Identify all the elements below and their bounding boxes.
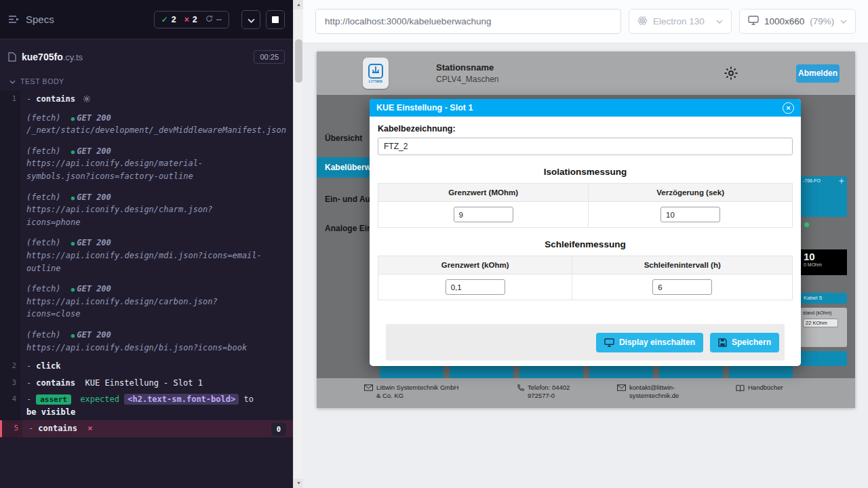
save-button[interactable]: Speichern bbox=[710, 333, 779, 352]
browser-name: Electron 130 bbox=[653, 16, 705, 26]
isolation-delay-input[interactable] bbox=[660, 207, 720, 222]
browser-selector[interactable]: Electron 130 bbox=[629, 9, 732, 34]
status-dot-icon: ● bbox=[71, 286, 75, 293]
viewport-zoom: (79%) bbox=[810, 16, 834, 26]
fetch-status: GET 200 bbox=[77, 146, 111, 156]
status-dot-icon: ● bbox=[71, 240, 75, 247]
modal-title: KUE Einstellung - Slot 1 bbox=[376, 103, 473, 113]
scroll-down-icon[interactable]: ▼ bbox=[294, 479, 304, 488]
command-name: contains bbox=[38, 424, 77, 433]
pending-count: -- bbox=[216, 15, 222, 24]
specs-list-icon[interactable] bbox=[8, 15, 20, 24]
isolation-table: Grenzwert (MOhm) Verzögerung (sek) bbox=[378, 183, 793, 228]
sidebar-item-uebersicht[interactable]: Übersicht bbox=[325, 134, 362, 143]
station-fragment-text: -766-FO bbox=[803, 178, 821, 215]
assert-element: <h2.text-sm.font-bold> bbox=[124, 394, 239, 405]
phone-icon bbox=[517, 384, 524, 392]
fetch-label: (fetch) bbox=[26, 146, 61, 156]
command-row-contains-2[interactable]: 3 -contains KUE Einstellung - Slot 1 bbox=[0, 375, 293, 392]
passed-check-icon: ✓ bbox=[161, 15, 168, 24]
command-row-contains-1[interactable]: 1 -contains bbox=[0, 91, 293, 108]
email-icon bbox=[617, 384, 626, 391]
command-number: 2 bbox=[0, 358, 20, 375]
command-number: 3 bbox=[0, 375, 20, 392]
spec-header[interactable]: kue705fo.cy.ts 00:25 bbox=[0, 39, 293, 69]
loop-section-title: Schleifenmessung bbox=[378, 239, 793, 249]
command-number: 1 bbox=[0, 91, 20, 108]
footer-company: Littwin Systemtechnik GmbH & Co. KG bbox=[364, 384, 465, 401]
fetch-log-row[interactable]: (fetch) ●GET 200 https://api.iconify.des… bbox=[0, 232, 293, 279]
spec-file-icon bbox=[8, 52, 16, 62]
fetch-status: GET 200 bbox=[77, 284, 111, 293]
test-body-section[interactable]: TEST BODY bbox=[0, 69, 293, 91]
command-row-click[interactable]: 2 -click bbox=[0, 358, 293, 375]
command-dash: - bbox=[26, 378, 31, 388]
fetch-label: (fetch) bbox=[26, 330, 61, 340]
station-title: Stationsname bbox=[436, 62, 499, 73]
scroll-thumb[interactable] bbox=[295, 39, 302, 83]
command-dash: - bbox=[28, 424, 33, 433]
viewport-selector[interactable]: 1000x660 (79%) bbox=[739, 9, 856, 34]
fetch-log-row[interactable]: (fetch) ●GET 200 https://api.iconify.des… bbox=[0, 325, 293, 358]
command-dash: - bbox=[26, 94, 31, 104]
gear-icon bbox=[83, 95, 91, 103]
footer-phone: Telefon: 04402 972577-0 bbox=[517, 384, 585, 401]
cable-name-input[interactable] bbox=[378, 138, 793, 155]
command-row-contains-failed[interactable]: 5 -contains × 0 bbox=[0, 420, 293, 437]
cypress-runner-panel: Specs ✓ 2 × 2 -- bbox=[0, 0, 293, 488]
measurement-value: 10 bbox=[804, 251, 844, 262]
status-dot bbox=[804, 222, 809, 227]
assert-badge: assert bbox=[36, 394, 71, 405]
fetch-label: (fetch) bbox=[26, 238, 61, 247]
electron-icon bbox=[637, 16, 648, 28]
url-bar[interactable]: http://localhost:3000/kabelueberwachung bbox=[315, 9, 621, 34]
loop-col1-header: Grenzwert (kOhm) bbox=[378, 256, 572, 274]
command-row-assert[interactable]: 4 -assert expected <h2.text-sm.font-bold… bbox=[0, 391, 293, 420]
passed-count: 2 bbox=[172, 15, 176, 24]
command-argument: KUE Einstellung - Slot 1 bbox=[85, 378, 202, 388]
viewport-monitor-icon bbox=[748, 16, 759, 27]
fetch-log-row[interactable]: (fetch) ●GET 200 https://api.iconify.des… bbox=[0, 279, 293, 325]
isolation-col1-header: Grenzwert (MOhm) bbox=[378, 184, 589, 202]
fetch-status: GET 200 bbox=[77, 113, 111, 123]
fetch-label: (fetch) bbox=[26, 113, 61, 123]
stop-button[interactable] bbox=[266, 10, 285, 29]
display-on-button[interactable]: Display einschalten bbox=[596, 333, 703, 352]
fetch-label: (fetch) bbox=[26, 284, 61, 293]
fetch-log-row[interactable]: (fetch) ●GET 200 https://api.iconify.des… bbox=[0, 141, 293, 187]
spec-extension: .cy.ts bbox=[63, 52, 83, 62]
test-stats: ✓ 2 × 2 -- bbox=[154, 11, 229, 28]
status-dot-icon: ● bbox=[71, 332, 75, 339]
scroll-up-icon[interactable]: ▲ bbox=[294, 0, 304, 9]
runner-scrollbar[interactable]: ▲ ▼ bbox=[293, 0, 303, 488]
url-text: http://localhost:3000/kabelueberwachung bbox=[325, 16, 491, 26]
logout-button[interactable]: Abmelden bbox=[796, 64, 840, 83]
fetch-log-row[interactable]: (fetch) ●GET 200 /_next/static/developme… bbox=[0, 108, 293, 141]
save-floppy-icon bbox=[718, 338, 727, 347]
settings-gear-icon[interactable] bbox=[724, 66, 738, 81]
aut-stage: http://localhost:3000/kabelueberwachung … bbox=[303, 0, 868, 488]
runner-header: Specs ✓ 2 × 2 -- bbox=[0, 0, 293, 39]
stop-icon bbox=[272, 16, 279, 23]
assert-state: be visible bbox=[26, 407, 75, 417]
specs-label[interactable]: Specs bbox=[26, 14, 54, 25]
isolation-col2-header: Verzögerung (sek) bbox=[589, 184, 793, 202]
command-number: 5 bbox=[2, 420, 22, 437]
status-dot-icon: ● bbox=[71, 115, 75, 122]
fetch-log-row[interactable]: (fetch) ●GET 200 https://api.iconify.des… bbox=[0, 187, 293, 233]
footer-manuals[interactable]: Handbücher bbox=[736, 384, 783, 392]
cyan-panel-fragment bbox=[800, 351, 847, 366]
loop-interval-input[interactable] bbox=[652, 279, 712, 295]
value-panel-value: 22 KOhm bbox=[803, 319, 838, 327]
kue-settings-modal: KUE Einstellung - Slot 1 × Kabelbezeichn… bbox=[370, 99, 801, 366]
close-icon[interactable]: × bbox=[783, 102, 794, 114]
isolation-limit-input[interactable] bbox=[454, 207, 513, 222]
loop-table: Grenzwert (kOhm) Schleifenintervall (h) bbox=[378, 256, 793, 300]
command-dash: - bbox=[26, 361, 31, 371]
chevron-down-icon bbox=[716, 20, 723, 24]
retry-count-badge: 0 bbox=[271, 423, 286, 435]
collapse-button[interactable] bbox=[241, 10, 260, 29]
loop-limit-input[interactable] bbox=[446, 279, 505, 295]
fetch-url: https://api.iconify.design/mdi.json?icon… bbox=[26, 249, 263, 274]
section-chevron-icon bbox=[9, 77, 16, 85]
